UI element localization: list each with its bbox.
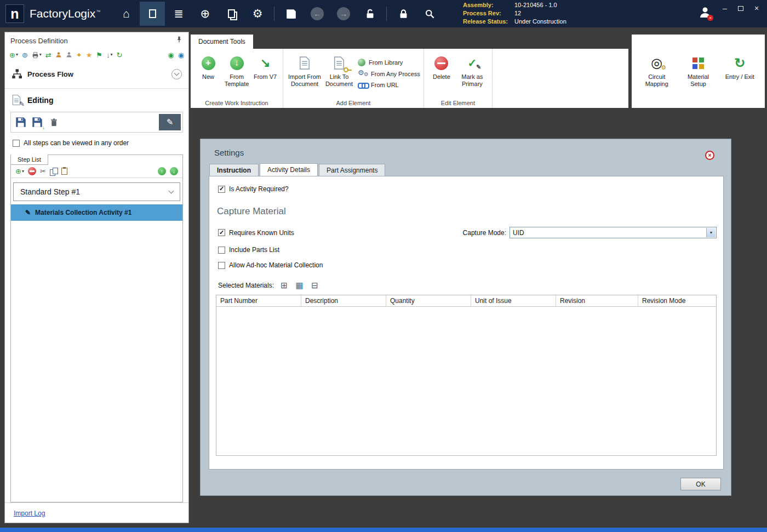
checkbox-box — [218, 247, 225, 254]
test-button[interactable]: ✦ — [76, 52, 82, 59]
step-item[interactable]: Standard Step #1 — [13, 182, 180, 201]
globe-button[interactable]: ⊚ — [22, 52, 28, 59]
documents-button[interactable] — [219, 2, 244, 26]
delete-button[interactable]: Delete — [427, 51, 456, 81]
tab-activity-details[interactable]: Activity Details — [260, 163, 318, 176]
browse-materials-button[interactable]: ⊞ — [279, 280, 289, 290]
unlock-button[interactable] — [357, 2, 382, 26]
include-parts-list-checkbox[interactable]: Include Parts List — [218, 246, 717, 254]
check-icon: ✓ — [219, 230, 224, 236]
document-tools-tab[interactable]: Document Tools — [191, 35, 253, 49]
expand-button[interactable]: ◉ — [168, 52, 174, 59]
user-button[interactable]: × — [696, 4, 714, 21]
delete-icon — [434, 56, 448, 70]
dropdown-button[interactable]: ▼ — [706, 228, 716, 237]
allow-adhoc-checkbox[interactable]: Allow Ad-hoc Material Collection — [218, 261, 717, 269]
dropdown-arrow-icon: ▾ — [16, 53, 18, 57]
delete-step-button[interactable] — [45, 114, 62, 130]
column-description[interactable]: Description — [301, 295, 386, 306]
ok-button[interactable]: OK — [680, 478, 721, 490]
download-icon: ↓ — [106, 52, 110, 59]
milestone-button[interactable]: ⚑ — [96, 52, 102, 59]
role-button[interactable]: ★ — [86, 52, 93, 59]
print-button[interactable]: ▾ — [32, 52, 42, 59]
pencil-icon: ✎ — [19, 100, 25, 108]
sidebar-toolbar: ⊕▾ ⊚ ▾ ⇄ ✦ ★ ⚑ ↓▾ ↻ ◉ ◉ — [5, 49, 188, 61]
select-from-bom-button[interactable]: ▦ — [294, 280, 305, 290]
close-settings-icon[interactable]: × — [705, 151, 714, 160]
trainer-button[interactable] — [66, 52, 72, 58]
add-process-button[interactable]: ⊕▾ — [9, 52, 18, 59]
remove-step-button[interactable] — [28, 167, 36, 175]
settings-button[interactable]: ⚙ — [245, 2, 270, 26]
globe-icon: ⊚ — [22, 52, 28, 59]
batch-button[interactable]: ≣ — [166, 2, 191, 26]
capture-mode-select[interactable]: UID ▼ — [510, 227, 717, 238]
process-rev-label: Process Rev: — [463, 9, 514, 18]
maximize-button[interactable] — [737, 4, 745, 12]
from-url-button[interactable]: From URL — [358, 82, 420, 88]
material-setup-button[interactable]: Material Setup — [682, 51, 715, 88]
tab-part-assignments[interactable]: Part Assignments — [319, 164, 385, 176]
include-parts-list-label: Include Parts List — [229, 246, 279, 254]
column-quantity[interactable]: Quantity — [386, 295, 471, 306]
expand-process-flow-button[interactable] — [171, 69, 182, 79]
import-log-link[interactable]: Import Log — [14, 510, 45, 517]
operator-button[interactable] — [55, 52, 62, 58]
materials-table-body — [216, 307, 716, 455]
circuit-mapping-button[interactable]: ◎⚙ Circuit Mapping — [640, 51, 673, 88]
is-activity-required-label: Is Activity Required? — [229, 185, 289, 193]
audit-search-button[interactable] — [417, 2, 442, 26]
reorder-steps-button[interactable]: ⇄ — [45, 52, 51, 59]
link-to-document-button[interactable]: Link To Document — [323, 51, 356, 88]
import-step-button[interactable]: ↓ — [29, 114, 45, 130]
close-button[interactable]: × — [753, 4, 760, 12]
scissors-icon: ✂ — [40, 168, 46, 175]
activity-item-selected[interactable]: ✎ Materials Collection Activity #1 — [11, 204, 182, 221]
import-button[interactable]: ↓▾ — [106, 52, 113, 59]
refresh-button[interactable]: ↻ — [116, 52, 122, 59]
lock-button[interactable] — [391, 2, 416, 26]
settings-tabs: Instruction Activity Details Part Assign… — [209, 163, 386, 176]
column-part-number[interactable]: Part Number — [216, 295, 301, 306]
from-template-button[interactable]: ↓ From Template — [222, 51, 251, 88]
remove-material-button[interactable]: ⊟ — [310, 280, 320, 290]
new-button[interactable]: + New — [194, 51, 222, 81]
column-revision-mode[interactable]: Revision Mode — [638, 295, 716, 306]
dispatch-button[interactable]: ⊕ — [192, 2, 217, 26]
collapse-button[interactable]: ◉ — [178, 52, 184, 59]
selected-materials-label: Selected Materials: — [218, 282, 274, 289]
stack-icon: ≣ — [174, 7, 184, 20]
save-step-button[interactable] — [13, 114, 29, 130]
cut-button[interactable]: ✂ — [40, 168, 46, 175]
paste-button[interactable] — [61, 168, 67, 175]
process-flow-row[interactable]: Process Flow — [5, 64, 188, 84]
from-v7-button[interactable]: ↘ From V7 — [251, 51, 279, 81]
move-up-button[interactable]: ↑ — [158, 167, 166, 175]
column-revision[interactable]: Revision — [556, 295, 638, 306]
requires-known-units-checkbox[interactable]: ✓ Requires Known Units — [218, 229, 294, 237]
entry-exit-button[interactable]: ↻ Entry / Exit — [723, 51, 756, 81]
any-order-checkbox[interactable]: All steps can be viewed in any order — [5, 133, 188, 151]
tab-instruction[interactable]: Instruction — [209, 164, 259, 176]
edit-mode-toggle[interactable]: ✎ — [159, 114, 181, 130]
from-library-button[interactable]: From Library — [358, 59, 420, 66]
home-button[interactable]: ⌂ — [113, 2, 139, 26]
assembly-info: Assembly:10-210456 - 1.0 Process Rev:12 … — [463, 1, 566, 26]
move-down-button[interactable]: ↓ — [170, 167, 178, 175]
mark-as-primary-button[interactable]: ✓✎ Mark as Primary — [456, 51, 489, 88]
pin-icon[interactable] — [175, 36, 183, 45]
import-from-document-button[interactable]: Import From Document — [287, 51, 323, 88]
save-button[interactable] — [278, 2, 304, 26]
add-step-button[interactable]: ⊕▾ — [15, 168, 24, 175]
toolbar-separator — [274, 7, 274, 21]
trash-icon — [49, 118, 59, 127]
redo-button[interactable]: → — [331, 2, 356, 26]
process-definition-button[interactable] — [140, 2, 165, 26]
from-any-process-button[interactable]: ⚙⚙ From Any Process — [358, 70, 420, 78]
copy-button[interactable] — [50, 168, 58, 175]
undo-button[interactable]: ← — [305, 2, 330, 26]
minimize-button[interactable]: – — [721, 4, 729, 12]
is-activity-required-checkbox[interactable]: ✓ Is Activity Required? — [218, 185, 717, 193]
column-unit-of-issue[interactable]: Unit of Issue — [471, 295, 556, 306]
